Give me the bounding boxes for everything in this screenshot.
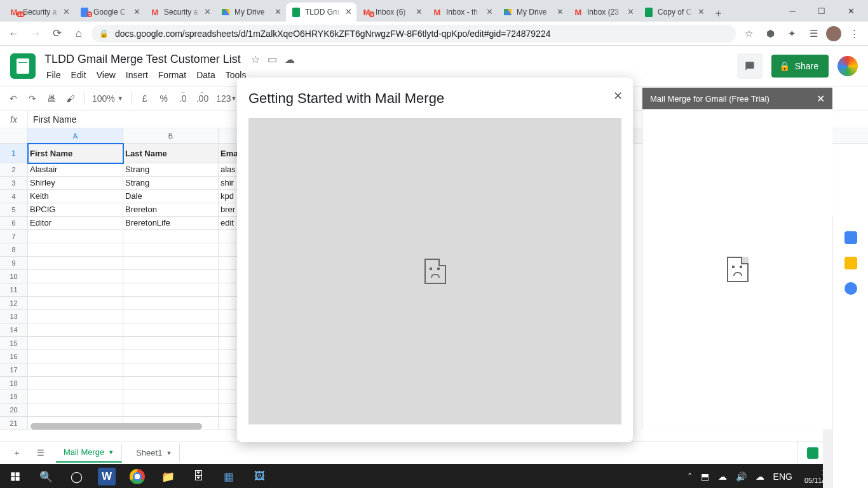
row-header-3[interactable]: 3	[0, 177, 28, 190]
menu-view[interactable]: View	[92, 69, 120, 81]
chrome-app-icon[interactable]	[122, 464, 153, 488]
formula-input[interactable]: First Name	[28, 114, 81, 125]
row-header-17[interactable]: 17	[0, 363, 28, 377]
addon-close-button[interactable]: ✕	[817, 93, 825, 105]
cell[interactable]	[28, 403, 123, 417]
row-header-18[interactable]: 18	[0, 377, 28, 390]
cell[interactable]: Dale	[123, 190, 219, 203]
browser-tab[interactable]: 5Google C✕	[74, 3, 145, 22]
col-header-A[interactable]: A	[28, 128, 123, 143]
tab-close-icon[interactable]: ✕	[203, 8, 212, 17]
comments-button[interactable]	[737, 53, 763, 79]
cell[interactable]: Alastair	[28, 163, 123, 177]
cell[interactable]	[123, 377, 219, 390]
menu-insert[interactable]: Insert	[121, 69, 153, 81]
minimize-button[interactable]: ─	[778, 0, 807, 22]
cell[interactable]	[123, 337, 219, 350]
account-avatar[interactable]	[837, 56, 858, 76]
row-header-6[interactable]: 6	[0, 217, 28, 230]
decrease-decimal-button[interactable]: .0←	[175, 90, 191, 107]
cell[interactable]	[28, 377, 123, 390]
star-icon[interactable]: ☆	[251, 53, 260, 65]
row-header-15[interactable]: 15	[0, 337, 28, 350]
volume-tray-icon[interactable]: 🔊	[734, 471, 749, 482]
cell[interactable]	[28, 270, 123, 283]
print-button[interactable]: 🖶	[43, 90, 60, 107]
tab-close-icon[interactable]: ✕	[485, 8, 494, 17]
cell-header[interactable]: First Name	[28, 144, 123, 163]
browser-tab[interactable]: MSecurity a✕	[145, 3, 215, 22]
cell-header[interactable]: Last Name	[123, 144, 219, 163]
cell[interactable]	[28, 283, 123, 297]
tasks-icon[interactable]	[844, 282, 857, 295]
dropbox-tray-icon[interactable]: ⬒	[699, 471, 711, 482]
cell[interactable]	[28, 363, 123, 377]
app-icon-2[interactable]: ▦	[214, 464, 244, 488]
cell[interactable]	[28, 337, 123, 350]
col-header-B[interactable]: B	[123, 128, 219, 143]
browser-tab[interactable]: M6Inbox (6)✕	[356, 3, 427, 22]
zoom-select[interactable]: 100% ▼	[90, 93, 126, 104]
browser-tab[interactable]: MInbox - th✕	[427, 3, 498, 22]
browser-tab[interactable]: M18Security a✕	[4, 3, 74, 22]
tab-close-icon[interactable]: ✕	[344, 8, 353, 17]
cell[interactable]: BPCIG	[28, 203, 123, 217]
reading-list-icon[interactable]: ☰	[804, 25, 822, 43]
cell[interactable]	[123, 403, 219, 417]
cell[interactable]	[123, 257, 219, 270]
tab-close-icon[interactable]: ✕	[414, 8, 423, 17]
start-button[interactable]	[0, 464, 31, 488]
row-header-11[interactable]: 11	[0, 283, 28, 297]
sheet-tab-mail-merge[interactable]: Mail Merge▼	[56, 444, 122, 463]
calendar-icon[interactable]	[844, 231, 857, 244]
extension-shield-icon[interactable]: ⬢	[761, 25, 779, 43]
cell[interactable]	[123, 323, 219, 337]
row-header-20[interactable]: 20	[0, 403, 28, 417]
browser-tab[interactable]: MInbox (23✕	[568, 3, 639, 22]
new-tab-button[interactable]: ＋	[709, 4, 727, 22]
row-header-12[interactable]: 12	[0, 297, 28, 310]
cell[interactable]	[28, 310, 123, 323]
menu-edit[interactable]: Edit	[67, 69, 91, 81]
sheets-logo-icon[interactable]	[10, 53, 36, 79]
cell[interactable]	[123, 230, 219, 243]
horizontal-scrollbar[interactable]	[31, 423, 202, 430]
number-format-button[interactable]: 123▼	[214, 90, 239, 107]
row-header-19[interactable]: 19	[0, 390, 28, 403]
bookmark-star-icon[interactable]: ☆	[740, 25, 757, 43]
modal-close-button[interactable]: ✕	[613, 89, 623, 103]
fx-icon[interactable]: fx	[0, 111, 28, 128]
menu-data[interactable]: Data	[192, 69, 220, 81]
redo-button[interactable]: ↷	[24, 90, 41, 107]
back-button[interactable]: ←	[5, 25, 23, 43]
cell[interactable]	[123, 243, 219, 257]
row-header-21[interactable]: 21	[0, 417, 28, 430]
browser-tab[interactable]: Copy of C✕	[639, 3, 709, 22]
cell[interactable]	[28, 297, 123, 310]
cell[interactable]: Shirley	[28, 177, 123, 190]
row-header-13[interactable]: 13	[0, 310, 28, 323]
currency-button[interactable]: £	[137, 90, 153, 107]
cell[interactable]: BreretonLife	[123, 217, 219, 230]
chrome-menu-icon[interactable]: ⋮	[845, 25, 863, 43]
percent-button[interactable]: %	[156, 90, 172, 107]
add-sheet-button[interactable]: ＋	[8, 444, 25, 462]
row-header-16[interactable]: 16	[0, 350, 28, 363]
row-header-2[interactable]: 2	[0, 163, 28, 177]
cell[interactable]	[28, 323, 123, 337]
row-header-14[interactable]: 14	[0, 323, 28, 337]
language-indicator[interactable]: ENG	[771, 471, 794, 482]
move-icon[interactable]: ▭	[268, 53, 277, 65]
paint-format-button[interactable]: 🖌	[62, 90, 79, 107]
cell[interactable]: Strang	[123, 177, 219, 190]
cell[interactable]	[123, 350, 219, 363]
tab-close-icon[interactable]: ✕	[555, 8, 564, 17]
increase-decimal-button[interactable]: .00→	[194, 90, 211, 107]
cloud-status-icon[interactable]: ☁	[285, 53, 295, 65]
cell[interactable]: Keith	[28, 190, 123, 203]
share-button[interactable]: 🔒 Share	[771, 55, 829, 78]
tab-close-icon[interactable]: ✕	[132, 8, 141, 17]
extensions-puzzle-icon[interactable]: ✦	[783, 25, 801, 43]
document-title[interactable]: TLDD Gmail Merge Test Customer List	[42, 51, 243, 67]
cell[interactable]	[28, 350, 123, 363]
